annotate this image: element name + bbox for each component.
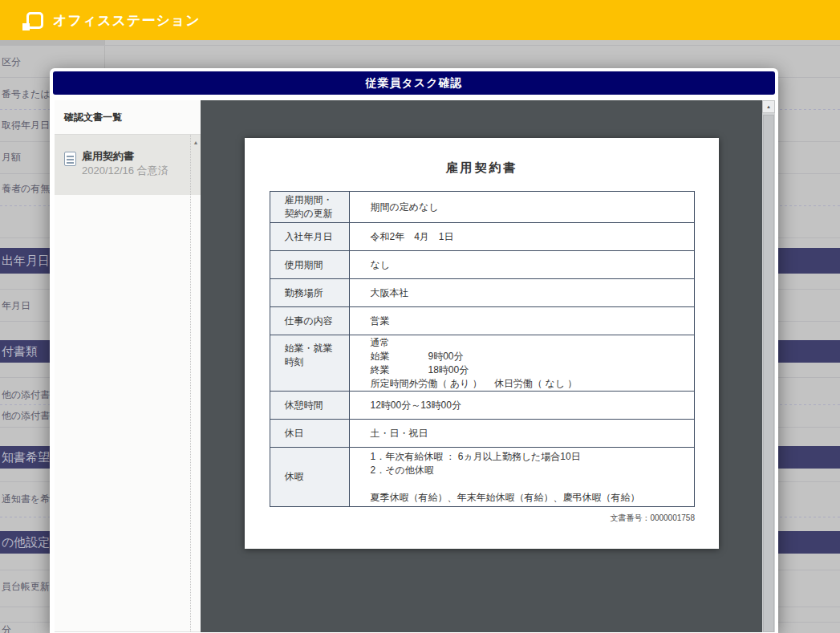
document-list-header: 確認文書一覧 xyxy=(55,100,201,135)
row-value: 令和2年 4月 1日 xyxy=(349,223,694,251)
table-row: 仕事の内容 営業 xyxy=(270,307,694,335)
modal-title: 従業員タスク確認 xyxy=(53,71,775,95)
row-value: なし xyxy=(349,251,694,279)
row-value: 1．年次有給休暇 ： 6ヵ月以上勤務した場合10日 2．その他休暇 夏季休暇（有… xyxy=(349,448,694,507)
row-label: 休暇 xyxy=(270,448,349,507)
employee-task-modal: 従業員タスク確認 確認文書一覧 雇用契約書 2020/12/16 合意済 ▲ xyxy=(50,68,778,633)
background-field-label: 取得年月日 xyxy=(2,119,50,132)
document-list: 雇用契約書 2020/12/16 合意済 ▲ xyxy=(55,135,201,632)
row-value: 期間の定めなし xyxy=(349,192,694,223)
table-row: 休日 土・日・祝日 xyxy=(270,420,694,448)
row-label: 休日 xyxy=(270,420,349,448)
row-value: 通常 始業 9時00分 終業 18時00分 所定時間外労働（ あり ） 休日労働… xyxy=(349,335,694,392)
table-row: 始業・就業 時刻 通常 始業 9時00分 終業 18時00分 所定時間外労働（ … xyxy=(270,335,694,392)
background-field-label: 他の添付書 xyxy=(2,409,50,423)
document-list-item-employment-contract[interactable]: 雇用契約書 2020/12/16 合意済 xyxy=(55,135,201,195)
document-icon xyxy=(64,152,76,166)
document-viewer: 雇用契約書 雇用期間・ 契約の更新 期間の定めなし 入社年月日 令和2年 4月 … xyxy=(201,100,762,632)
background-field-label: 他の添付書 xyxy=(2,388,50,402)
app-title: オフィスステーション xyxy=(53,11,201,30)
table-row: 勤務場所 大阪本社 xyxy=(270,279,694,307)
office-station-logo-icon xyxy=(26,12,43,29)
background-field-label: 通知書を希 xyxy=(2,493,50,506)
row-value: 12時00分～13時00分 xyxy=(349,392,694,420)
table-row: 入社年月日 令和2年 4月 1日 xyxy=(270,223,694,251)
row-label: 使用期間 xyxy=(270,251,349,279)
sidebar-scrollbar[interactable]: ▲ xyxy=(190,135,201,631)
row-label: 休憩時間 xyxy=(270,392,349,420)
contract-document-page: 雇用契約書 雇用期間・ 契約の更新 期間の定めなし 入社年月日 令和2年 4月 … xyxy=(245,138,719,549)
scrollbar-thumb[interactable] xyxy=(763,115,774,632)
contract-title: 雇用契約書 xyxy=(245,160,719,176)
table-row: 休暇 1．年次有給休暇 ： 6ヵ月以上勤務した場合10日 2．その他休暇 夏季休… xyxy=(270,448,694,507)
table-row: 休憩時間 12時00分～13時00分 xyxy=(270,392,694,420)
background-field-label: 分 xyxy=(2,623,11,633)
document-number: 文書番号：0000001758 xyxy=(245,513,695,524)
background-field-label: 養者の有無 xyxy=(2,182,50,196)
scroll-up-icon[interactable]: ▲ xyxy=(191,140,201,145)
row-label: 勤務場所 xyxy=(270,279,349,307)
background-field-label: 年月日 xyxy=(2,299,30,313)
row-label: 入社年月日 xyxy=(270,223,349,251)
row-value: 大阪本社 xyxy=(349,279,694,307)
background-field-label: 月額 xyxy=(2,151,21,164)
background-field-label: 員台帳更新 xyxy=(2,580,50,594)
contract-table: 雇用期間・ 契約の更新 期間の定めなし 入社年月日 令和2年 4月 1日 使用期… xyxy=(270,191,695,507)
row-value: 土・日・祝日 xyxy=(349,420,694,448)
table-row: 雇用期間・ 契約の更新 期間の定めなし xyxy=(270,192,694,223)
document-item-title: 雇用契約書 xyxy=(82,150,168,163)
document-list-sidebar: 確認文書一覧 雇用契約書 2020/12/16 合意済 ▲ xyxy=(55,100,201,632)
background-field-label: 番号または xyxy=(2,87,51,101)
document-item-status: 2020/12/16 合意済 xyxy=(82,163,168,178)
background-field-label: 区分 xyxy=(2,55,21,69)
table-row: 使用期間 なし xyxy=(270,251,694,279)
row-value: 営業 xyxy=(349,307,694,335)
row-label: 雇用期間・ 契約の更新 xyxy=(270,192,349,223)
app-header: オフィスステーション xyxy=(0,0,840,40)
viewer-scrollbar[interactable]: ▲ xyxy=(762,100,775,632)
scroll-up-icon[interactable]: ▲ xyxy=(762,100,775,113)
row-label: 始業・就業 時刻 xyxy=(270,335,349,392)
row-label: 仕事の内容 xyxy=(270,307,349,335)
